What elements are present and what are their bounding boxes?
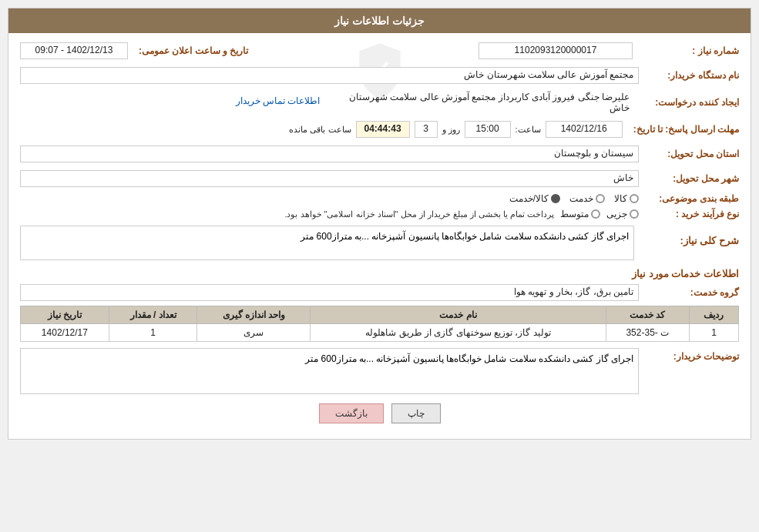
buyer-desc-textarea[interactable] <box>20 348 639 394</box>
col-header-unit: واحد اندازه گیری <box>197 306 311 324</box>
purchase-radio-jozii <box>630 209 639 219</box>
buyer-org-label: نام دستگاه خریدار: <box>639 70 739 81</box>
col-header-quantity: تعداد / مقدار <box>109 306 197 324</box>
button-row: چاپ بازگشت <box>20 403 739 431</box>
category-option-both-label: کالا/خدمت <box>509 193 549 204</box>
category-radio-both <box>551 194 560 203</box>
cell-row-num: 1 <box>689 324 738 342</box>
category-label: طبقه بندی موضوعی: <box>639 193 739 204</box>
category-option-both[interactable]: کالا/خدمت <box>509 193 560 204</box>
back-button[interactable]: بازگشت <box>319 403 384 423</box>
cell-unit: سری <box>197 324 311 342</box>
services-table-wrapper: ردیف کد خدمت نام خدمت واحد اندازه گیری ت… <box>20 306 739 342</box>
announce-date-value: 1402/12/13 - 09:07 <box>20 42 128 59</box>
purchase-type-label: نوع فرآیند خرید : <box>639 209 739 219</box>
services-table: ردیف کد خدمت نام خدمت واحد اندازه گیری ت… <box>20 306 739 342</box>
purchase-type-note: پرداخت تمام یا بخشی از مبلغ خریدار از مح… <box>284 209 554 219</box>
col-header-service-name: نام خدمت <box>311 306 606 324</box>
deadline-date: 1402/12/16 <box>546 121 623 138</box>
cell-service-name: تولید گاز، توزیع سوختهای گازی از طریق شا… <box>311 324 606 342</box>
deadline-time: 15:00 <box>465 121 511 138</box>
buyer-org-value: مجتمع آموزش عالی سلامت شهرستان خاش <box>20 67 639 84</box>
category-option-kala[interactable]: کالا <box>614 193 639 204</box>
service-group-value: تامین برق، گاز، بخار و تهویه هوا <box>20 284 639 301</box>
services-section-title: اطلاعات خدمات مورد نیاز <box>20 268 739 279</box>
creator-value: علیرضا جنگی فیروز آبادی کاربرداز مجتمع آ… <box>330 90 635 115</box>
buyer-desc-label: توضیحات خریدار: <box>639 348 739 362</box>
purchase-radio-motavasset <box>591 209 600 219</box>
col-header-need-date: تاریخ نیاز <box>21 306 109 324</box>
creator-label: ایجاد کننده درخواست: <box>639 97 739 108</box>
need-number-value: 1102093120000017 <box>479 42 633 59</box>
need-description-label: شرح کلی نیاز: <box>639 232 739 246</box>
purchase-type-jozii-label: جزیی <box>606 209 627 219</box>
deadline-remaining: 04:44:43 <box>356 121 410 138</box>
deadline-days: 3 <box>415 121 438 138</box>
deadline-days-label: روز و <box>442 125 460 135</box>
purchase-type-group: جزیی متوسط پرداخت تمام یا بخشی از مبلغ خ… <box>20 209 639 219</box>
city-label: شهر محل تحویل: <box>639 173 739 184</box>
service-group-label: گروه خدمت: <box>639 287 739 298</box>
purchase-type-motavasset-label: متوسط <box>560 209 589 219</box>
deadline-remaining-label: ساعت باقی مانده <box>289 125 351 135</box>
category-option-khedmat[interactable]: خدمت <box>569 193 605 204</box>
category-radio-group: کالا خدمت کالا/خدمت <box>509 193 639 204</box>
purchase-type-jozii[interactable]: جزیی <box>606 209 639 219</box>
need-description-textarea[interactable] <box>20 226 634 260</box>
cell-quantity: 1 <box>109 324 197 342</box>
province-label: استان محل تحویل: <box>639 149 739 159</box>
category-option-khedmat-label: خدمت <box>569 193 593 204</box>
need-number-label: شماره نیاز : <box>639 45 739 56</box>
province-value: سیستان و بلوچستان <box>20 146 639 162</box>
creator-contact-link[interactable]: اطلاعات تماس خریدار <box>20 94 325 111</box>
col-header-service-code: کد خدمت <box>606 306 689 324</box>
announce-date-label: تاریخ و ساعت اعلان عمومی: <box>133 45 248 56</box>
category-radio-khedmat <box>596 194 605 203</box>
purchase-type-motavasset[interactable]: متوسط <box>560 209 600 219</box>
print-button[interactable]: چاپ <box>391 403 441 423</box>
col-header-row-num: ردیف <box>689 306 738 324</box>
cell-need-date: 1402/12/17 <box>21 324 109 342</box>
category-radio-kala <box>630 194 639 203</box>
table-row: 1 ت -35-352 تولید گاز، توزیع سوختهای گاز… <box>21 324 739 342</box>
page-title: جزئیات اطلاعات نیاز <box>8 8 751 33</box>
cell-service-code: ت -35-352 <box>606 324 689 342</box>
deadline-time-label: ساعت: <box>516 125 541 135</box>
category-option-kala-label: کالا <box>614 193 627 204</box>
deadline-label: مهلت ارسال پاسخ: تا تاریخ: <box>627 124 739 135</box>
city-value: خاش <box>20 170 639 187</box>
